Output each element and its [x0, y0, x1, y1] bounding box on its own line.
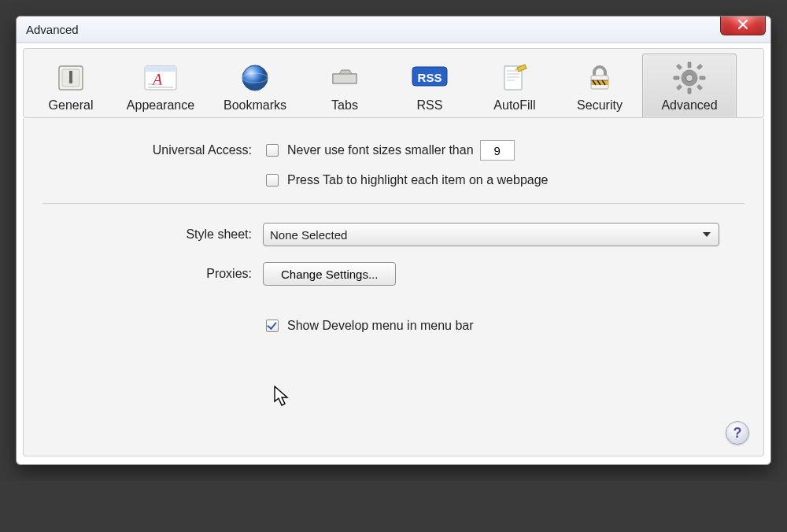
svg-point-24: [686, 75, 693, 82]
font-preview-icon: A: [142, 59, 179, 97]
press-tab-label: Press Tab to highlight each item on a we…: [287, 173, 548, 187]
svg-rect-16: [688, 62, 691, 68]
tab-label: Bookmarks: [224, 98, 286, 113]
preferences-toolbar: General A Appearance: [23, 48, 764, 118]
help-icon: ?: [733, 425, 742, 441]
tab-appearance[interactable]: A Appearance: [113, 54, 208, 117]
row-style-sheet: Style sheet: None Selected: [42, 223, 745, 246]
show-develop-checkbox[interactable]: [266, 320, 279, 332]
form-pencil-icon: [496, 59, 534, 97]
tab-rss[interactable]: RSS RSS: [387, 54, 472, 117]
proxies-label: Proxies:: [42, 267, 263, 281]
row-show-develop: Show Develop menu in menu bar: [42, 317, 745, 334]
row-press-tab: Press Tab to highlight each item on a we…: [42, 172, 745, 189]
svg-point-7: [242, 65, 268, 91]
svg-text:A: A: [151, 71, 163, 88]
switch-icon: [52, 59, 90, 97]
svg-rect-2: [69, 71, 72, 81]
svg-rect-23: [676, 84, 682, 90]
tab-label: Tabs: [331, 98, 358, 113]
tab-tabs[interactable]: Tabs: [302, 54, 387, 117]
svg-rect-18: [674, 76, 679, 79]
universal-access-label: Universal Access:: [42, 143, 263, 157]
svg-rect-9: [333, 74, 357, 83]
tab-autofill[interactable]: AutoFill: [472, 54, 557, 117]
tab-advanced[interactable]: Advanced: [642, 54, 737, 117]
min-font-size-input[interactable]: [480, 140, 515, 161]
svg-rect-19: [700, 76, 705, 79]
svg-rect-20: [676, 64, 682, 69]
help-button[interactable]: ?: [726, 421, 749, 445]
svg-rect-17: [688, 88, 691, 94]
chevron-down-icon: [703, 232, 711, 237]
close-icon: [737, 19, 748, 30]
show-develop-label: Show Develop menu in menu bar: [287, 319, 474, 333]
window-title: Advanced: [26, 23, 79, 36]
advanced-pane: Universal Access: Never use font sizes s…: [23, 118, 764, 456]
preferences-window: Advanced General: [16, 16, 771, 465]
press-tab-checkbox[interactable]: [266, 174, 279, 187]
min-font-size-checkbox[interactable]: [266, 144, 279, 157]
style-sheet-value: None Selected: [270, 228, 347, 242]
tab-security[interactable]: Security: [557, 54, 642, 117]
style-sheet-label: Style sheet:: [42, 227, 263, 242]
svg-point-3: [69, 80, 73, 84]
row-universal-access: Universal Access: Never use font sizes s…: [42, 140, 745, 161]
titlebar: Advanced: [17, 17, 770, 43]
cursor-icon: [274, 386, 291, 408]
svg-text:RSS: RSS: [418, 71, 442, 84]
tab-general[interactable]: General: [28, 54, 113, 117]
close-button[interactable]: [720, 16, 766, 35]
svg-rect-21: [696, 84, 702, 90]
tab-label: General: [49, 98, 94, 113]
divider: [42, 203, 745, 204]
tab-label: RSS: [417, 98, 443, 113]
row-proxies: Proxies: Change Settings...: [42, 262, 745, 286]
svg-rect-22: [696, 64, 702, 69]
globe-icon: [236, 59, 274, 97]
tab-label: Advanced: [661, 98, 717, 113]
tab-label: Security: [577, 98, 623, 113]
rss-icon: RSS: [411, 59, 449, 97]
style-sheet-dropdown[interactable]: None Selected: [263, 223, 719, 246]
gear-icon: [671, 59, 708, 97]
min-font-size-label: Never use font sizes smaller than: [287, 143, 474, 157]
tab-label: AutoFill: [493, 98, 535, 113]
padlock-icon: [581, 59, 619, 97]
tab-label: Appearance: [127, 98, 194, 113]
change-settings-button[interactable]: Change Settings...: [263, 262, 396, 286]
tabs-icon: [326, 59, 364, 97]
tab-bookmarks[interactable]: Bookmarks: [208, 54, 302, 117]
